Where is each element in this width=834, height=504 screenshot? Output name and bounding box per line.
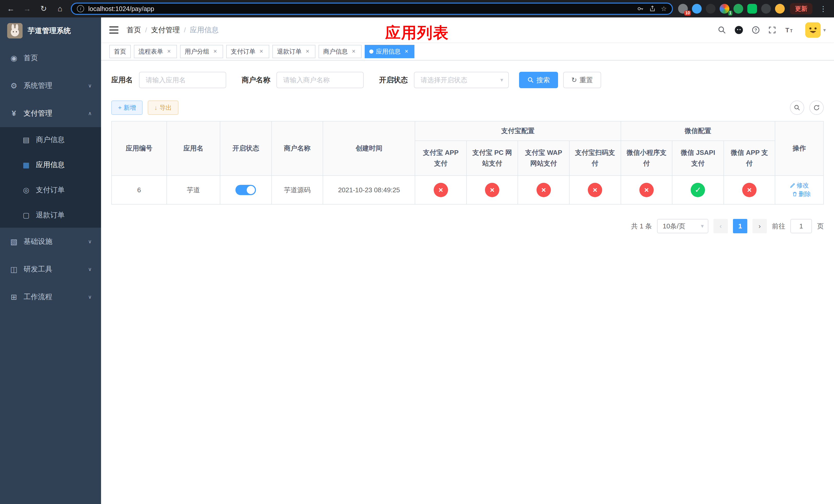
- breadcrumb-separator: /: [145, 26, 147, 34]
- search-button-label: 搜索: [536, 76, 550, 85]
- tab-process-form[interactable]: 流程表单 ×: [134, 45, 177, 58]
- refresh-table-button[interactable]: [809, 100, 824, 115]
- add-button[interactable]: + 新增: [111, 100, 142, 115]
- main-area: 首页 / 支付管理 / 应用信息 ? T: [101, 18, 834, 504]
- sidebar-item-merchant-info[interactable]: ▤ 商户信息: [0, 127, 101, 152]
- sidebar-item-workflow[interactable]: ⊞ 工作流程 ∨: [0, 283, 101, 311]
- cell-created: 2021-10-23 08:49:25: [323, 176, 415, 204]
- tab-close-icon[interactable]: ×: [403, 48, 410, 55]
- sidebar-item-pay-order[interactable]: ◎ 支付订单: [0, 177, 101, 203]
- goto-suffix-label: 页: [817, 222, 824, 231]
- sidebar-item-payment[interactable]: ¥ 支付管理 ∧: [0, 99, 101, 127]
- next-page-button[interactable]: ›: [752, 219, 767, 233]
- search-button[interactable]: 搜索: [519, 72, 558, 88]
- tab-label: 用户分组: [185, 47, 209, 55]
- reload-icon[interactable]: ↻: [38, 3, 49, 14]
- user-menu[interactable]: ▾: [805, 22, 826, 38]
- app-name-input[interactable]: [139, 72, 226, 88]
- page-number-button[interactable]: 1: [733, 219, 747, 233]
- extension-icon[interactable]: 10: [678, 4, 688, 14]
- bookmark-star-icon[interactable]: ☆: [661, 5, 667, 13]
- password-key-icon[interactable]: [637, 5, 644, 12]
- tab-close-icon[interactable]: ×: [350, 48, 357, 55]
- export-button[interactable]: ↓ 导出: [148, 100, 178, 115]
- extension-icon[interactable]: 1: [720, 4, 729, 14]
- tab-home[interactable]: 首页: [109, 45, 131, 58]
- tab-close-icon[interactable]: ×: [212, 48, 219, 55]
- delete-link[interactable]: 删除: [792, 190, 811, 198]
- tab-pay-order[interactable]: 支付订单 ×: [226, 45, 269, 58]
- table-toolbar: + 新增 ↓ 导出: [111, 100, 824, 115]
- cell-status: [220, 176, 271, 204]
- sidebar-item-home[interactable]: ◉ 首页: [0, 44, 101, 72]
- col-group-alipay: 支付宝配置: [415, 121, 621, 141]
- search-icon[interactable]: [718, 26, 726, 35]
- toggle-knob: [247, 186, 255, 194]
- chevron-down-icon: ∨: [88, 266, 92, 272]
- page-size-select[interactable]: 10条/页 ▾: [657, 219, 708, 233]
- edit-link[interactable]: 修改: [790, 181, 809, 189]
- chevron-down-icon: ∨: [88, 294, 92, 300]
- page-content: 应用名 商户名称 开启状态 请选择开启状态 ▾ 搜索 ↻ 重置: [101, 61, 834, 233]
- back-icon[interactable]: ←: [5, 3, 16, 14]
- extension-icon[interactable]: [761, 4, 771, 14]
- github-icon[interactable]: [734, 25, 744, 35]
- status-select[interactable]: 请选择开启状态 ▾: [414, 72, 509, 88]
- collapse-sidebar-icon[interactable]: [109, 26, 118, 33]
- status-label: 开启状态: [379, 75, 408, 85]
- yen-icon: ¥: [9, 109, 19, 118]
- tab-close-icon[interactable]: ×: [258, 48, 265, 55]
- extension-icon[interactable]: [775, 4, 785, 14]
- browser-menu-icon[interactable]: ⋮: [818, 5, 829, 13]
- tab-app-info[interactable]: 应用信息 ×: [365, 45, 414, 58]
- goto-label: 前往: [772, 222, 785, 231]
- chevron-down-icon: ▾: [701, 223, 704, 229]
- goto-page-input[interactable]: [790, 219, 812, 233]
- extension-icon[interactable]: [747, 4, 757, 14]
- site-info-icon[interactable]: i: [77, 5, 84, 12]
- address-bar[interactable]: i localhost:1024/pay/app ☆: [71, 3, 673, 15]
- col-alipay-wap: 支付宝 WAP 网站支付: [518, 141, 569, 176]
- dashboard-icon: ◉: [9, 53, 19, 63]
- status-toggle[interactable]: [236, 185, 256, 195]
- tab-label: 流程表单: [138, 47, 163, 55]
- extension-icon[interactable]: [706, 4, 716, 14]
- refund-order-icon: ▢: [22, 211, 31, 220]
- extensions-area: 10 1: [678, 4, 785, 14]
- add-button-label: 新增: [124, 104, 136, 112]
- sidebar-item-system[interactable]: ⚙ 系统管理 ∨: [0, 72, 101, 99]
- fullscreen-icon[interactable]: [768, 26, 776, 35]
- tab-merchant-info[interactable]: 商户信息 ×: [319, 45, 361, 58]
- col-alipay-qr: 支付宝扫码支付: [569, 141, 621, 176]
- tab-user-group[interactable]: 用户分组 ×: [180, 45, 223, 58]
- share-icon[interactable]: [649, 5, 656, 12]
- sidebar-item-label: 基础设施: [24, 237, 52, 246]
- breadcrumb-home[interactable]: 首页: [127, 25, 141, 35]
- sidebar-item-infrastructure[interactable]: ▧ 基础设施 ∨: [0, 228, 101, 255]
- alipay-wap-status-icon: ×: [536, 183, 551, 197]
- tab-label: 退款订单: [277, 47, 302, 55]
- reset-button[interactable]: ↻ 重置: [563, 72, 601, 88]
- font-size-icon[interactable]: TT: [784, 26, 794, 35]
- prev-page-button[interactable]: ‹: [714, 219, 728, 233]
- refresh-icon: ↻: [571, 76, 577, 84]
- tab-close-icon[interactable]: ×: [304, 48, 311, 55]
- toggle-search-button[interactable]: [790, 100, 804, 115]
- forward-icon[interactable]: →: [22, 3, 33, 14]
- sidebar-item-refund-order[interactable]: ▢ 退款订单: [0, 203, 101, 228]
- sidebar-item-label: 支付管理: [24, 109, 52, 118]
- sidebar-item-label: 研发工具: [24, 264, 52, 274]
- breadcrumb-payment[interactable]: 支付管理: [151, 25, 180, 35]
- sidebar-item-devtools[interactable]: ◫ 研发工具 ∨: [0, 255, 101, 283]
- extension-icon[interactable]: [692, 4, 702, 14]
- tab-refund-order[interactable]: 退款订单 ×: [272, 45, 315, 58]
- merchant-name-input[interactable]: [277, 72, 364, 88]
- chevron-down-icon: ▾: [500, 77, 503, 83]
- browser-update-button[interactable]: 更新: [790, 3, 812, 14]
- gear-icon: ⚙: [9, 81, 19, 90]
- tab-close-icon[interactable]: ×: [166, 48, 172, 55]
- home-icon[interactable]: ⌂: [54, 3, 66, 14]
- extension-icon[interactable]: [733, 4, 743, 14]
- help-icon[interactable]: ?: [751, 26, 760, 35]
- sidebar-item-app-info[interactable]: ▦ 应用信息: [0, 152, 101, 177]
